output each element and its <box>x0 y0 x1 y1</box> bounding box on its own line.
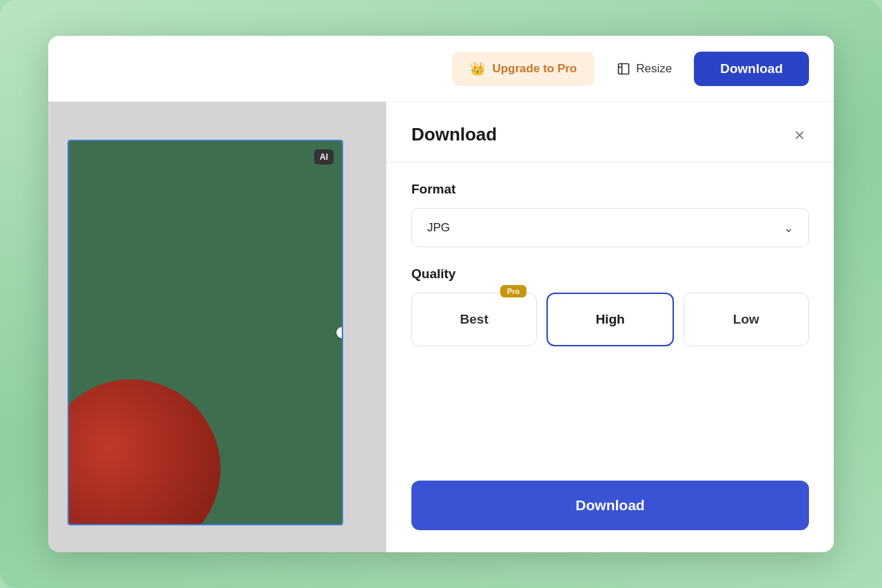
quality-section: Quality Pro Best High Low <box>411 266 809 346</box>
quality-best-button[interactable]: Pro Best <box>411 293 537 346</box>
resize-handle[interactable] <box>336 327 343 339</box>
image-preview: AI <box>68 140 343 525</box>
panel-header: Download × <box>411 124 809 145</box>
close-button[interactable]: × <box>790 125 809 145</box>
close-icon: × <box>794 125 805 145</box>
resize-button[interactable]: Resize <box>604 52 684 85</box>
download-panel-button[interactable]: Download <box>411 481 809 530</box>
format-label: Format <box>411 182 809 197</box>
quality-options: Pro Best High Low <box>411 293 809 346</box>
ai-badge: AI <box>314 149 334 165</box>
toolbar: 👑 Upgrade to Pro Resize Download <box>48 36 834 102</box>
format-select[interactable]: JPG PNG WEBP PDF <box>411 208 809 247</box>
quality-best-label: Best <box>460 312 489 326</box>
download-toolbar-button[interactable]: Download <box>694 52 809 86</box>
panel-divider <box>387 162 834 162</box>
format-select-wrapper: JPG PNG WEBP PDF ⌄ <box>411 208 809 247</box>
format-section: Format JPG PNG WEBP PDF ⌄ <box>411 182 809 247</box>
app-window: 👑 Upgrade to Pro Resize Download <box>48 36 834 552</box>
pro-badge: Pro <box>500 285 526 297</box>
quality-high-label: High <box>595 312 624 326</box>
panel-title: Download <box>411 124 497 145</box>
quality-label: Quality <box>411 266 809 282</box>
download-panel-label: Download <box>575 497 644 513</box>
quality-high-button[interactable]: High <box>546 293 673 346</box>
quality-low-button[interactable]: Low <box>684 293 809 346</box>
upgrade-label: Upgrade to Pro <box>492 62 577 76</box>
crown-icon: 👑 <box>470 61 485 76</box>
quality-low-label: Low <box>733 312 759 326</box>
resize-label: Resize <box>636 62 672 76</box>
upgrade-to-pro-button[interactable]: 👑 Upgrade to Pro <box>452 52 595 86</box>
download-panel: Download × Format JPG PNG WEBP PDF ⌄ <box>386 102 834 552</box>
download-toolbar-label: Download <box>720 61 783 76</box>
resize-icon <box>617 62 630 76</box>
svg-rect-0 <box>619 63 629 74</box>
